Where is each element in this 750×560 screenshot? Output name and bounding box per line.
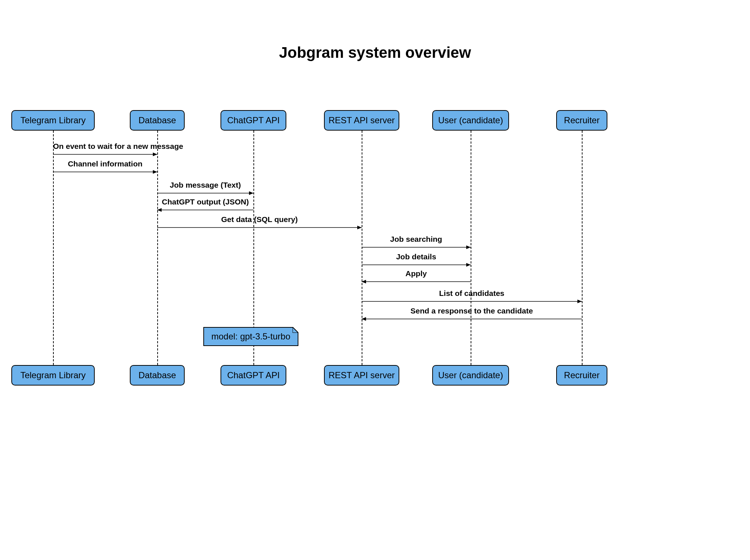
- message-label: Job searching: [362, 235, 471, 244]
- actor-database-top: Database: [130, 110, 185, 131]
- message-label: ChatGPT output (JSON): [157, 198, 253, 206]
- actor-rest-bottom: REST API server: [324, 365, 399, 386]
- actor-label: Telegram Library: [20, 370, 86, 380]
- diagram-canvas: Jobgram system overview Telegram Library…: [0, 0, 750, 560]
- svg-marker-5: [249, 191, 253, 195]
- lifeline-user: [471, 131, 471, 365]
- message-label: Channel information: [53, 159, 157, 168]
- svg-marker-3: [153, 170, 157, 174]
- diagram-title: Jobgram system overview: [0, 44, 750, 61]
- actor-label: Database: [139, 370, 176, 380]
- actor-label: Database: [139, 115, 176, 125]
- svg-marker-9: [357, 226, 362, 229]
- actor-label: ChatGPT API: [227, 115, 280, 125]
- actor-database-bottom: Database: [130, 365, 185, 386]
- lifeline-recruiter: [582, 131, 583, 365]
- message-label: Job details: [362, 252, 471, 261]
- actor-telegram-top: Telegram Library: [11, 110, 95, 131]
- actor-label: ChatGPT API: [227, 370, 280, 380]
- actor-chatgpt-top: ChatGPT API: [221, 110, 286, 131]
- actor-rest-top: REST API server: [324, 110, 399, 131]
- actor-label: Recruiter: [564, 370, 599, 380]
- lifeline-database: [157, 131, 158, 365]
- svg-marker-13: [466, 263, 471, 267]
- message-arrow: Send a response to the candidate: [362, 317, 582, 327]
- message-arrow: Channel information: [53, 170, 157, 180]
- svg-marker-19: [362, 317, 366, 321]
- message-label: Send a response to the candidate: [362, 307, 582, 315]
- note-fold-icon: [293, 327, 298, 333]
- message-arrow: Get data (SQL query): [157, 225, 362, 236]
- actor-label: REST API server: [329, 370, 395, 380]
- note-label: model: gpt-3.5-turbo: [211, 331, 290, 342]
- message-label: Get data (SQL query): [157, 215, 362, 224]
- actor-recruiter-top: Recruiter: [556, 110, 607, 131]
- actor-label: Recruiter: [564, 115, 599, 125]
- svg-marker-1: [153, 153, 157, 156]
- actor-recruiter-bottom: Recruiter: [556, 365, 607, 386]
- actor-user-bottom: User (candidate): [432, 365, 509, 386]
- actor-telegram-bottom: Telegram Library: [11, 365, 95, 386]
- svg-marker-17: [577, 300, 582, 303]
- message-arrow: Apply: [362, 279, 471, 290]
- svg-marker-7: [157, 208, 162, 212]
- actor-label: User (candidate): [438, 370, 503, 380]
- actor-label: Telegram Library: [20, 115, 86, 125]
- svg-marker-15: [362, 280, 366, 283]
- actor-label: REST API server: [329, 115, 395, 125]
- model-note: model: gpt-3.5-turbo: [203, 327, 298, 346]
- actor-user-top: User (candidate): [432, 110, 509, 131]
- message-label: List of candidates: [362, 289, 582, 298]
- svg-marker-20: [293, 327, 298, 333]
- svg-marker-11: [466, 245, 471, 249]
- actor-chatgpt-bottom: ChatGPT API: [221, 365, 286, 386]
- message-label: On event to wait for a new message: [53, 142, 157, 151]
- actor-label: User (candidate): [438, 115, 503, 125]
- message-label: Job message (Text): [157, 181, 253, 189]
- message-label: Apply: [362, 269, 471, 278]
